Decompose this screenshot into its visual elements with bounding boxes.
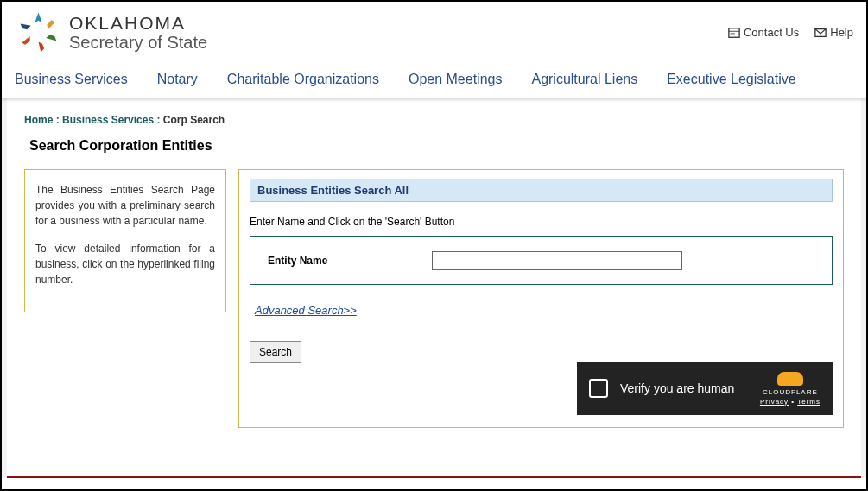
sidebar-paragraph-2: To view detailed information for a busin… [35, 241, 215, 287]
svg-marker-0 [35, 12, 42, 22]
envelope-icon [814, 27, 827, 39]
entity-name-row: Entity Name [250, 236, 833, 285]
search-instruction: Enter Name and Click on the 'Search' But… [250, 216, 833, 228]
logo-text: OKLAHOMA Secretary of State [69, 13, 207, 52]
oklahoma-star-icon [15, 9, 62, 56]
captcha-branding: CLOUDFLARE Privacy • Terms [760, 372, 820, 406]
captcha-text: Verify you are human [620, 381, 760, 395]
nav-notary[interactable]: Notary [157, 72, 198, 87]
entity-name-label: Entity Name [268, 255, 397, 267]
breadcrumb-separator: : [56, 114, 62, 126]
content-background: Home : Business Services : Corp Search S… [2, 98, 866, 478]
captcha-brand-label: CLOUDFLARE [763, 388, 818, 396]
cloudflare-cloud-icon [777, 372, 803, 386]
contact-us-link[interactable]: Contact Us [728, 26, 799, 39]
content-wrapper: Home : Business Services : Corp Search S… [7, 98, 861, 478]
svg-marker-2 [46, 35, 56, 41]
help-label: Help [830, 26, 853, 39]
svg-marker-3 [39, 42, 45, 53]
breadcrumb-home[interactable]: Home [24, 114, 53, 126]
contact-icon [728, 27, 740, 39]
breadcrumb-separator: : [156, 114, 162, 126]
page-title: Search Corporation Entities [29, 138, 844, 154]
nav-agricultural-liens[interactable]: Agricultural Liens [531, 72, 637, 87]
captcha-privacy-link[interactable]: Privacy [760, 398, 789, 406]
nav-open-meetings[interactable]: Open Meetings [409, 72, 503, 87]
search-panel: Business Entities Search All Enter Name … [238, 169, 844, 428]
breadcrumb: Home : Business Services : Corp Search [24, 114, 844, 126]
main-navigation: Business Services Notary Charitable Orga… [2, 63, 866, 98]
panel-header: Business Entities Search All [250, 179, 833, 202]
contact-us-label: Contact Us [744, 26, 799, 39]
captcha-checkbox[interactable] [589, 379, 608, 398]
captcha-legal-links: Privacy • Terms [760, 398, 820, 406]
svg-marker-1 [47, 20, 54, 29]
entity-name-input[interactable] [432, 251, 682, 270]
advanced-search-link[interactable]: Advanced Search>> [255, 304, 357, 317]
sidebar-paragraph-1: The Business Entities Search Page provid… [35, 182, 215, 229]
two-column-layout: The Business Entities Search Page provid… [24, 169, 844, 428]
header-utility-links: Contact Us Help [728, 26, 853, 39]
site-header: OKLAHOMA Secretary of State Contact Us H… [2, 2, 866, 63]
nav-business-services[interactable]: Business Services [15, 72, 128, 87]
captcha-terms-link[interactable]: Terms [797, 398, 820, 406]
logo-line1: OKLAHOMA [69, 13, 207, 33]
search-button[interactable]: Search [250, 341, 301, 363]
svg-marker-5 [21, 24, 31, 30]
breadcrumb-section[interactable]: Business Services [62, 114, 154, 126]
captcha-widget: Verify you are human CLOUDFLARE Privacy … [577, 362, 833, 415]
svg-marker-4 [22, 36, 29, 45]
nav-executive-legislative[interactable]: Executive Legislative [667, 72, 795, 87]
help-link[interactable]: Help [814, 26, 853, 39]
logo-area[interactable]: OKLAHOMA Secretary of State [15, 9, 207, 56]
nav-charitable-organizations[interactable]: Charitable Organizations [227, 72, 379, 87]
svg-rect-6 [729, 28, 739, 37]
logo-line2: Secretary of State [69, 33, 207, 52]
breadcrumb-current: Corp Search [163, 114, 225, 126]
info-sidebar: The Business Entities Search Page provid… [24, 169, 226, 312]
